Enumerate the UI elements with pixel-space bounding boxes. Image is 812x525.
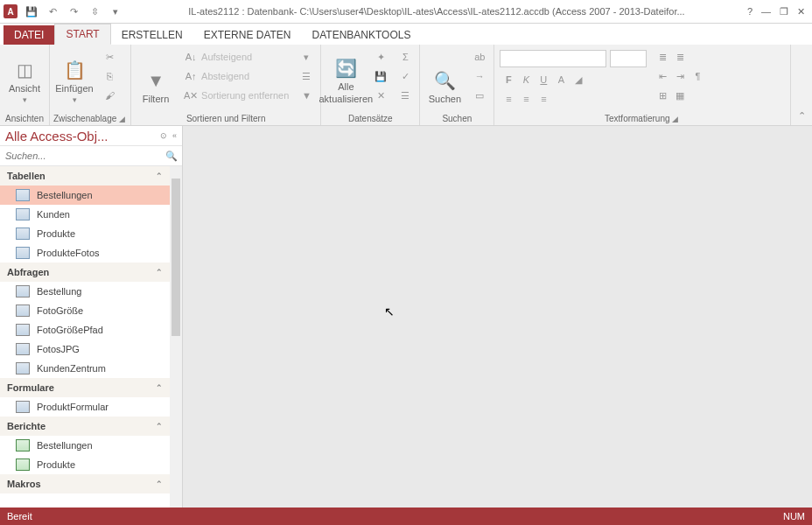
restore-icon[interactable]: ❐: [780, 6, 788, 18]
tab-start[interactable]: START: [54, 24, 110, 45]
dialog-launcher-icon[interactable]: ◢: [119, 115, 127, 123]
nav-header[interactable]: Alle Access-Obj... ⊙ «: [0, 126, 182, 146]
align-right-icon[interactable]: ≡: [536, 92, 550, 106]
advanced-filter-button[interactable]: ☰: [296, 67, 317, 85]
underline-icon[interactable]: U: [536, 73, 550, 87]
ansicht-button[interactable]: ◫ Ansicht ▾: [4, 46, 46, 104]
alt-row-color-icon[interactable]: ▦: [673, 88, 687, 102]
object-icon: [16, 228, 30, 240]
indent-icon[interactable]: ⇥: [673, 69, 687, 83]
replace-button[interactable]: ab: [469, 48, 490, 66]
save-record-button[interactable]: 💾: [370, 67, 391, 85]
search-input[interactable]: [0, 150, 164, 161]
select-button[interactable]: ▭: [469, 87, 490, 104]
font-size-combo[interactable]: [610, 50, 647, 67]
nav-item-label: Bestellungen: [37, 190, 93, 200]
tab-file[interactable]: DATEI: [4, 25, 54, 45]
nav-dropdown-icon[interactable]: ⊙: [160, 131, 167, 140]
sortierung-entfernen-button[interactable]: A✕Sortierung entfernen: [180, 87, 292, 104]
copy-icon: ⎘: [102, 69, 116, 83]
goto-button[interactable]: →: [469, 67, 490, 85]
sigma-icon: Σ: [398, 50, 412, 64]
app-icon: A: [4, 4, 18, 18]
nav-scrollbar[interactable]: [170, 166, 182, 508]
filtern-button[interactable]: ▼ Filtern: [135, 46, 177, 104]
align-left-icon[interactable]: ≡: [501, 92, 515, 106]
tab-datenbanktools[interactable]: DATENBANKTOOLS: [302, 25, 422, 45]
aufsteigend-label: Aufsteigend: [201, 52, 252, 62]
nav-item[interactable]: FotosJPG: [0, 340, 170, 359]
nav-item[interactable]: KundenZentrum: [0, 359, 170, 378]
redo-icon[interactable]: ↷: [66, 4, 80, 18]
alle-label: Alle: [338, 81, 354, 92]
nav-category[interactable]: Makros⌃: [0, 474, 170, 494]
help-icon[interactable]: ?: [747, 6, 752, 18]
alle-aktualisieren-button[interactable]: 🔄 Alle aktualisieren: [325, 46, 367, 104]
object-icon: [16, 343, 30, 355]
nav-collapse-icon[interactable]: «: [172, 131, 177, 140]
touch-mode-icon[interactable]: ⇳: [88, 4, 102, 18]
nav-search: 🔍: [0, 146, 182, 166]
nav-category[interactable]: Berichte⌃: [0, 416, 170, 436]
nav-category[interactable]: Formulare⌃: [0, 378, 170, 397]
absteigend-button[interactable]: A↑Absteigend: [180, 67, 292, 85]
nav-category[interactable]: Tabellen⌃: [0, 166, 170, 186]
nav-item[interactable]: ProduktFormular: [0, 397, 170, 416]
save-icon[interactable]: 💾: [24, 4, 38, 18]
bullets-button[interactable]: ≣≣: [652, 48, 708, 66]
nav-item[interactable]: ProdukteFotos: [0, 243, 170, 262]
nav-category[interactable]: Abfragen⌃: [0, 262, 170, 282]
more-records-button[interactable]: ☰: [395, 87, 416, 104]
gridlines-icon[interactable]: ⊞: [655, 88, 669, 102]
collapse-ribbon-button[interactable]: ⌃: [791, 45, 812, 125]
nav-item[interactable]: Produkte: [0, 224, 170, 243]
outdent-icon[interactable]: ⇤: [655, 69, 669, 83]
window-title: IL-ates2112 : Datenbank- C:\Users\user4\…: [126, 6, 747, 17]
delete-record-button[interactable]: ✕: [370, 87, 391, 104]
tab-externe-daten[interactable]: EXTERNE DATEN: [193, 25, 302, 45]
filter-advanced-icon: ☰: [299, 69, 313, 83]
selection-filter-button[interactable]: ▾: [296, 48, 317, 66]
nav-item[interactable]: Kunden: [0, 205, 170, 224]
totals-button[interactable]: Σ: [395, 48, 416, 66]
nav-item[interactable]: FotoGrößePfad: [0, 320, 170, 340]
close-icon[interactable]: ✕: [797, 6, 805, 18]
qat-dropdown-icon[interactable]: ▾: [108, 4, 122, 18]
nav-item[interactable]: Bestellungen: [0, 436, 170, 455]
nav-item[interactable]: Bestellung: [0, 282, 170, 301]
nav-item-label: Bestellungen: [37, 440, 93, 451]
nav-item[interactable]: FotoGröße: [0, 301, 170, 320]
italic-icon[interactable]: K: [519, 73, 533, 87]
nav-item[interactable]: Produkte: [0, 455, 170, 474]
ltr-icon[interactable]: ¶: [690, 69, 704, 83]
scrollbar-thumb[interactable]: [172, 178, 180, 336]
spelling-button[interactable]: ✓: [395, 67, 416, 85]
font-style-row: F K U A ◢: [498, 71, 648, 88]
bold-icon[interactable]: F: [501, 73, 515, 87]
font-color-icon[interactable]: A: [554, 73, 568, 87]
save-icon: 💾: [374, 69, 388, 83]
nav-item[interactable]: Bestellungen: [0, 186, 170, 205]
undo-icon[interactable]: ↶: [46, 4, 60, 18]
new-icon: ✦: [374, 50, 388, 64]
align-center-icon[interactable]: ≡: [519, 92, 533, 106]
copy-button[interactable]: ⎘: [99, 67, 120, 85]
new-record-button[interactable]: ✦: [370, 48, 391, 66]
dialog-launcher-icon[interactable]: ◢: [672, 115, 680, 123]
toggle-filter-button[interactable]: ▼: [296, 87, 317, 104]
cut-button[interactable]: ✂: [99, 48, 120, 66]
group-label-sortfilter: Sortieren und Filtern: [135, 112, 317, 125]
minimize-icon[interactable]: —: [761, 6, 771, 18]
fill-color-icon[interactable]: ◢: [571, 73, 585, 87]
tab-erstellen[interactable]: ERSTELLEN: [111, 25, 193, 45]
group-suchen: 🔍 Suchen ab → ▭ Suchen: [420, 45, 494, 125]
einfuegen-button[interactable]: 📋 Einfügen ▾: [53, 46, 95, 104]
format-painter-button[interactable]: 🖌: [99, 87, 120, 104]
font-name-combo[interactable]: [500, 50, 606, 67]
group-sortieren-filtern: ▼ Filtern A↓Aufsteigend A↑Absteigend A✕S…: [131, 45, 321, 125]
aufsteigend-button[interactable]: A↓Aufsteigend: [180, 48, 292, 66]
search-icon: 🔍: [433, 69, 456, 92]
suchen-button[interactable]: 🔍 Suchen: [424, 46, 466, 104]
search-icon[interactable]: 🔍: [164, 149, 178, 163]
ribbon: ◫ Ansicht ▾ Ansichten 📋 Einfügen ▾ ✂ ⎘ 🖌…: [0, 45, 812, 126]
